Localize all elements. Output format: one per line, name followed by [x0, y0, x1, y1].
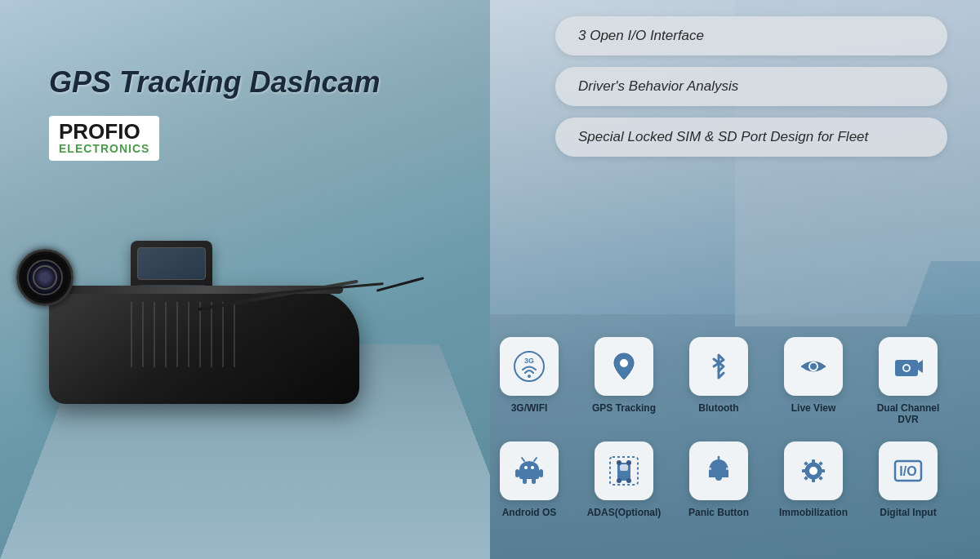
svg-point-5	[810, 363, 817, 370]
svg-rect-28	[726, 468, 729, 470]
svg-rect-33	[802, 469, 807, 472]
3g-wifi-icon-box: 3G	[500, 337, 559, 396]
svg-point-24	[626, 478, 631, 483]
feature-dual-channel: Dual Channel DVR	[867, 337, 949, 425]
product-title: GPS Tracking Dashcam	[49, 65, 381, 100]
feature-sim-sd: Special Locked SIM & SD Port Design for …	[555, 118, 947, 157]
icons-grid: 3G 3G/WIFI GPS Tracking	[482, 337, 956, 535]
svg-rect-22	[620, 464, 628, 471]
svg-text:I/O: I/O	[899, 464, 916, 478]
feature-gps-tracking: GPS Tracking	[583, 337, 665, 425]
gps-tracking-icon-box	[595, 337, 653, 396]
feature-adas: ADAS(Optional)	[583, 441, 665, 518]
feature-android-os: Android OS	[488, 441, 570, 518]
svg-point-25	[617, 460, 621, 465]
svg-rect-11	[519, 469, 539, 479]
svg-point-9	[904, 366, 909, 370]
svg-point-26	[626, 460, 631, 465]
adas-label: ADAS(Optional)	[587, 507, 662, 518]
adas-icon-box	[595, 441, 653, 500]
svg-point-3	[620, 359, 628, 367]
dvr-icon	[890, 348, 926, 384]
adas-icon	[606, 453, 642, 489]
immobilization-icon	[795, 453, 831, 489]
svg-point-30	[809, 467, 817, 475]
svg-point-12	[524, 466, 528, 469]
svg-line-15	[534, 458, 537, 461]
left-text-area: GPS Tracking Dashcam PROFIO ELECTRONICS	[49, 65, 381, 161]
immobilization-label: Immobilization	[779, 507, 848, 518]
android-os-label: Android OS	[502, 507, 557, 518]
svg-line-14	[522, 458, 524, 461]
feature-3g-wifi: 3G 3G/WIFI	[488, 337, 570, 425]
camera-lens	[16, 249, 74, 306]
brand-logo: PROFIO ELECTRONICS	[49, 116, 159, 161]
gps-screen	[137, 247, 206, 280]
digital-input-icon-box: I/O	[879, 441, 938, 500]
android-icon-box	[500, 441, 559, 500]
immobilization-icon-box	[784, 441, 843, 500]
svg-rect-32	[812, 477, 815, 482]
svg-rect-31	[812, 459, 815, 464]
feature-behavior-analysis: Driver's Behavior Analysis	[555, 67, 947, 106]
live-view-icon-box	[784, 337, 843, 396]
android-icon	[511, 453, 547, 489]
live-view-label: Live View	[791, 402, 835, 414]
dvr-icon-box	[879, 337, 938, 396]
icons-row-2: Android OS ADAS(Opti	[482, 441, 956, 518]
dashcam-image	[0, 200, 449, 510]
svg-rect-16	[515, 469, 519, 477]
bluetooth-icon	[701, 348, 737, 384]
feature-live-view: Live View	[773, 337, 854, 425]
svg-rect-27	[708, 468, 711, 470]
svg-text:3G: 3G	[524, 357, 534, 365]
panic-button-icon	[701, 453, 737, 489]
3g-wifi-icon: 3G	[511, 348, 547, 384]
svg-rect-34	[820, 469, 825, 472]
digital-input-label: Digital Input	[880, 507, 936, 518]
dual-channel-label: Dual Channel DVR	[867, 402, 949, 425]
live-view-icon	[795, 348, 831, 384]
main-container: GPS Tracking Dashcam PROFIO ELECTRONICS	[0, 0, 980, 559]
bluetooth-icon-box	[689, 337, 748, 396]
panic-button-label: Panic Button	[688, 507, 749, 518]
brand-name-bottom: ELECTRONICS	[59, 142, 149, 156]
feature-bluetooth: Blutooth	[678, 337, 760, 425]
brand-name-top: PROFIO	[59, 121, 149, 142]
icons-row-1: 3G 3G/WIFI GPS Tracking	[482, 337, 956, 425]
svg-marker-7	[918, 360, 923, 373]
svg-rect-18	[523, 477, 527, 484]
features-panel: 3 Open I/O Interface Driver's Behavior A…	[555, 16, 947, 168]
digital-input-icon: I/O	[890, 453, 926, 489]
bluetooth-label: Blutooth	[698, 402, 738, 414]
svg-rect-17	[539, 469, 543, 477]
feature-digital-input: I/O Digital Input	[867, 441, 949, 518]
feature-immobilization: Immobilization	[773, 441, 854, 518]
3g-wifi-label: 3G/WIFI	[511, 402, 548, 414]
gps-tracking-icon	[606, 348, 642, 384]
svg-point-2	[528, 375, 531, 378]
gps-tracking-label: GPS Tracking	[592, 402, 656, 414]
feature-io-interface: 3 Open I/O Interface	[555, 16, 947, 55]
svg-point-23	[617, 478, 621, 483]
feature-panic-button: Panic Button	[678, 441, 760, 518]
svg-rect-19	[532, 477, 536, 484]
panic-button-icon-box	[689, 441, 748, 500]
svg-point-13	[531, 466, 534, 469]
